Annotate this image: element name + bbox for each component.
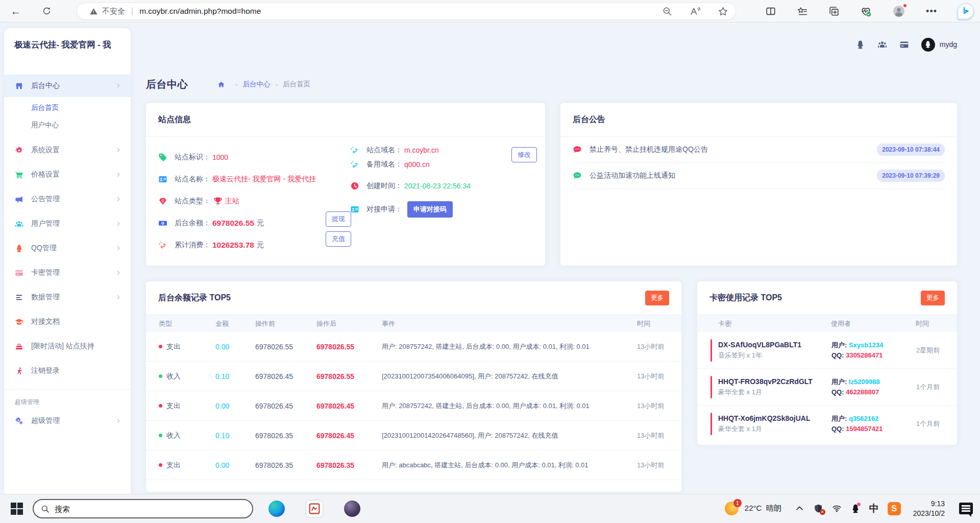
- balance-records-card: 后台余额记录 TOP5 更多 类型 金额 操作前 操作后 事件 时间 支出 0.…: [146, 281, 681, 492]
- row-accent-bar: [710, 376, 712, 398]
- users-icon[interactable]: [877, 40, 887, 50]
- row-accent-bar: [710, 339, 712, 362]
- announcements-card: 后台公告 禁止养号、禁止挂机违规用途QQ公告 2023-09-10 07:38:…: [560, 103, 957, 266]
- favorite-star-icon[interactable]: [718, 6, 728, 17]
- sidebar-item-super-admin[interactable]: 超级管理: [4, 410, 131, 432]
- wifi-icon[interactable]: [832, 504, 842, 513]
- sidebar-item-admin-center[interactable]: 后台中心: [4, 75, 131, 97]
- runner-icon: [15, 367, 23, 375]
- card-user: q3562162: [849, 415, 879, 422]
- recharge-button[interactable]: 充值: [326, 231, 351, 247]
- user-avatar: [921, 38, 935, 52]
- site-info-right-column: 站点域名： m.coybr.cn 备用域名： q000.cn 创建时间：: [350, 143, 534, 218]
- card-code: DX-SAfUoqVL8PGaBLT1: [718, 341, 831, 349]
- not-secure-warning-icon: [89, 7, 98, 16]
- chevron-right-icon: [115, 294, 121, 300]
- home-icon[interactable]: [217, 81, 225, 88]
- pinned-app-icon[interactable]: [306, 501, 323, 517]
- bing-chat-icon[interactable]: [958, 3, 974, 19]
- expense-dot: [159, 404, 162, 408]
- chevron-right-icon: [115, 83, 121, 89]
- more-menu-icon[interactable]: •••: [926, 6, 937, 17]
- announcement-item[interactable]: 禁止养号、禁止挂机违规用途QQ公告 2023-09-10 07:38:44: [573, 137, 945, 163]
- sidebar-item-docs[interactable]: 对接文档: [4, 311, 131, 333]
- ime-indicator[interactable]: 中: [869, 502, 879, 515]
- sogou-input-icon[interactable]: S: [888, 502, 901, 515]
- weather-widget[interactable]: 1 22°C 晴朗: [725, 502, 781, 515]
- announcement-item[interactable]: 公益活动加速功能上线通知 2023-09-10 07:39:29: [573, 163, 945, 189]
- collections-icon[interactable]: [828, 6, 840, 17]
- card-usage-title: 卡密使用记录 TOP5: [709, 293, 782, 303]
- browser-essentials-icon[interactable]: [860, 6, 872, 17]
- balance-more-button[interactable]: 更多: [645, 291, 669, 305]
- refresh-button[interactable]: [38, 3, 55, 20]
- card-usage-more-button[interactable]: 更多: [921, 291, 945, 305]
- money-bill-icon: [158, 219, 167, 228]
- favorites-bar-icon[interactable]: [797, 6, 808, 17]
- announcements-title: 后台公告: [573, 114, 605, 125]
- clock-time: 9:13: [913, 499, 945, 509]
- weather-temp: 22°C: [745, 504, 762, 512]
- read-aloud-icon[interactable]: [690, 6, 700, 17]
- notification-penguin-icon[interactable]: [855, 40, 865, 50]
- row-accent-bar: [710, 413, 712, 435]
- site-type-value: 主站: [225, 197, 239, 206]
- tray-expand-icon[interactable]: [795, 504, 804, 513]
- sidebar-item-card-management[interactable]: 卡密管理: [4, 262, 131, 284]
- sidebar-item-logout[interactable]: 注销登录: [4, 360, 131, 382]
- broken-link-icon: [350, 160, 359, 169]
- app-glyph-icon: [307, 502, 322, 516]
- refresh-icon: [42, 6, 52, 16]
- site-info-card: 站点信息 站点标识： 1000 站点名称： 极速云代挂- 我爱官网 - 我爱代挂: [146, 103, 545, 266]
- balance-table-row: 收入 0.10 6978026.45 6978026.55 [202310012…: [146, 362, 681, 391]
- search-input[interactable]: [55, 505, 245, 513]
- sidebar-item-event-support[interactable]: [限时活动] 站点扶持: [4, 335, 131, 358]
- announcement-time-badge: 2023-09-10 07:38:44: [877, 144, 945, 156]
- pinned-app-avatar-icon[interactable]: [344, 501, 360, 517]
- security-shield-icon[interactable]: ✕: [813, 504, 823, 514]
- sidebar-item-user-center[interactable]: 用户中心: [4, 116, 131, 134]
- breadcrumb-current: 后台首页: [283, 80, 310, 89]
- split-screen-icon[interactable]: [765, 6, 776, 17]
- withdraw-button[interactable]: 提现: [326, 211, 351, 227]
- sidebar-item-price-settings[interactable]: 价格设置: [4, 163, 131, 186]
- breadcrumb-admin-center[interactable]: 后台中心: [243, 80, 271, 89]
- bing-logo-icon: [960, 5, 972, 17]
- card-qq: 3305286471: [846, 351, 883, 359]
- url-text[interactable]: m.coybr.cn/admin.php?mod=home: [139, 7, 645, 16]
- address-separator: |: [131, 7, 133, 16]
- sidebar-item-qq-management[interactable]: QQ管理: [4, 237, 131, 259]
- apply-docking-code-button[interactable]: 申请对接码: [407, 201, 453, 218]
- sidebar-item-system-settings[interactable]: 系统设置: [4, 139, 131, 161]
- chevron-right-icon: [115, 270, 121, 276]
- start-button[interactable]: [9, 501, 24, 516]
- page-title: 后台中心: [146, 78, 188, 91]
- consume-value: 1026253.78: [212, 241, 254, 250]
- back-button[interactable]: ←: [7, 3, 24, 20]
- card-code: HHQT-Xo6jmKQ2Sk8ojUAL: [718, 414, 831, 422]
- comment-icon: [573, 145, 582, 154]
- browser-actions: •••: [765, 0, 974, 22]
- balance-records-title: 后台余额记录 TOP5: [158, 293, 231, 303]
- taskbar-clock[interactable]: 9:13 2023/10/2: [913, 499, 945, 518]
- zoom-out-icon[interactable]: [662, 6, 672, 16]
- sidebar-item-admin-home[interactable]: 后台首页: [4, 99, 131, 116]
- sidebar-item-user-management[interactable]: 用户管理: [4, 212, 131, 235]
- qq-bow-accent: [857, 503, 861, 506]
- expense-dot: [159, 463, 162, 467]
- notification-center-icon[interactable]: [959, 503, 973, 514]
- cards-row-1: 站点信息 站点标识： 1000 站点名称： 极速云代挂- 我爱官网 - 我爱代挂: [146, 103, 957, 266]
- profile-avatar[interactable]: [892, 5, 905, 18]
- modify-domain-button[interactable]: 修改: [511, 147, 537, 162]
- card-usage-row: DX-SAfUoqVL8PGaBLT1 音乐签到 x 1年 用户: Sxysb1…: [697, 332, 957, 369]
- edge-app-icon[interactable]: [268, 501, 285, 517]
- billing-card-icon[interactable]: [899, 40, 909, 50]
- admin-page: 极速云代挂- 我爱官网 - 我 后台中心 后台首页 用户中心 系统设置: [0, 22, 980, 494]
- profile-notification-dot: [902, 3, 908, 8]
- taskbar-search[interactable]: [33, 499, 253, 518]
- sidebar-item-announcement-management[interactable]: 公告管理: [4, 188, 131, 210]
- qq-tray-icon[interactable]: [850, 504, 861, 514]
- sidebar-item-data-management[interactable]: 数据管理: [4, 286, 131, 308]
- address-bar[interactable]: 不安全 | m.coybr.cn/admin.php?mod=home: [77, 3, 736, 20]
- account-menu[interactable]: mydg: [921, 38, 957, 52]
